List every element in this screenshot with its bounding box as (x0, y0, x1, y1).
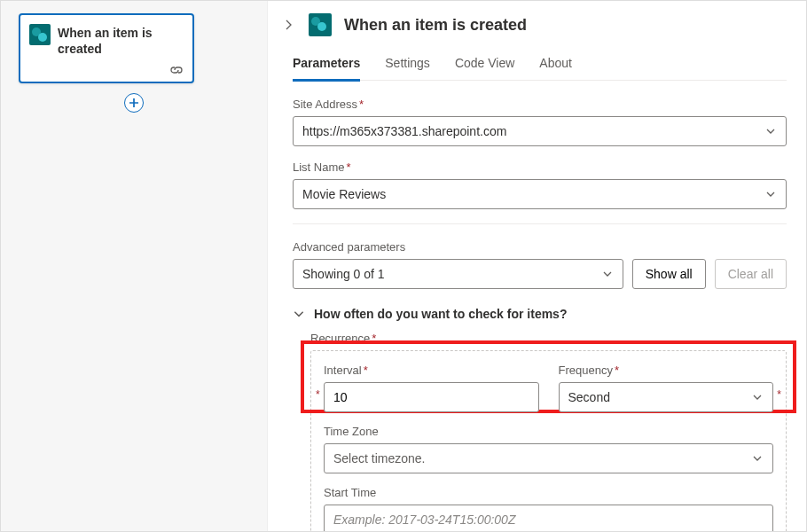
app-root: When an item is created When an item is … (0, 0, 807, 532)
site-address-field: Site Address* https://m365x373381.sharep… (293, 98, 787, 146)
timezone-combo[interactable]: Select timezone. (324, 443, 773, 473)
panel-header: When an item is created (268, 12, 806, 38)
site-address-combo[interactable]: https://m365x373381.sharepoint.com (293, 116, 787, 146)
chevron-down-icon (764, 188, 777, 200)
frequency-field: * Frequency* Second (559, 364, 774, 412)
frequency-combo[interactable]: Second (559, 382, 774, 412)
chevron-down-icon (751, 452, 764, 465)
frequency-label: Frequency* (559, 364, 774, 377)
chevron-down-icon (293, 308, 305, 320)
details-pane: When an item is created Parameters Setti… (267, 1, 806, 531)
frequency-value: Second (568, 390, 610, 404)
chevron-down-icon (751, 391, 764, 403)
add-step-wrapper (1, 93, 267, 113)
interval-input[interactable] (324, 382, 539, 412)
show-all-button[interactable]: Show all (632, 259, 706, 289)
panel-title: When an item is created (344, 16, 527, 35)
site-address-label: Site Address* (293, 98, 787, 111)
sharepoint-icon (309, 13, 332, 36)
chevron-down-icon (601, 268, 614, 280)
divider (293, 223, 787, 224)
interval-field: * Interval* (324, 364, 539, 412)
timezone-placeholder: Select timezone. (333, 451, 426, 466)
chevron-down-icon (764, 125, 777, 137)
link-icon (169, 63, 184, 77)
start-time-label: Start Time (324, 486, 773, 499)
start-time-field: Start Time (324, 486, 773, 531)
advanced-parameters-combo[interactable]: Showing 0 of 1 (293, 259, 623, 289)
timezone-label: Time Zone (324, 425, 773, 438)
tab-code-view[interactable]: Code View (455, 56, 514, 81)
tab-parameters[interactable]: Parameters (293, 56, 360, 81)
timezone-field: Time Zone Select timezone. (324, 425, 773, 473)
close-panel-chevron[interactable] (280, 17, 296, 33)
advanced-parameters-field: Advanced parameters Showing 0 of 1 (293, 240, 623, 289)
site-address-value: https://m365x373381.sharepoint.com (302, 124, 506, 138)
trigger-card[interactable]: When an item is created (19, 13, 194, 83)
list-name-combo[interactable]: Movie Reviews (293, 179, 787, 209)
sharepoint-icon (29, 24, 51, 45)
list-name-field: List Name* Movie Reviews (293, 160, 787, 209)
add-step-button[interactable] (124, 93, 144, 113)
tabs: Parameters Settings Code View About (268, 38, 806, 82)
clear-all-button: Clear all (715, 259, 787, 289)
advanced-parameters-summary: Showing 0 of 1 (302, 267, 385, 281)
advanced-parameters-row: Advanced parameters Showing 0 of 1 Show … (293, 240, 787, 289)
interval-label: Interval* (324, 364, 539, 377)
section-heading-text: How often do you want to check for items… (314, 307, 567, 321)
section-heading[interactable]: How often do you want to check for items… (293, 307, 787, 321)
list-name-label: List Name* (293, 160, 787, 174)
list-name-value: Movie Reviews (302, 187, 386, 201)
start-time-input[interactable] (324, 505, 773, 531)
advanced-parameters-label: Advanced parameters (293, 240, 623, 254)
tab-about[interactable]: About (539, 56, 572, 81)
recurrence-box: * Interval* * Frequency* Second (310, 350, 787, 531)
trigger-card-footer (20, 62, 192, 82)
tab-settings[interactable]: Settings (385, 56, 430, 81)
canvas-pane: When an item is created (1, 1, 267, 531)
panel-body: Site Address* https://m365x373381.sharep… (268, 82, 806, 531)
recurrence-label: Recurrence* (310, 332, 787, 345)
interval-frequency-row: * Interval* * Frequency* Second (324, 364, 773, 412)
recurrence-wrapper: Recurrence* (310, 332, 787, 345)
trigger-card-title: When an item is created (58, 24, 184, 57)
trigger-card-inner: When an item is created (20, 15, 192, 62)
